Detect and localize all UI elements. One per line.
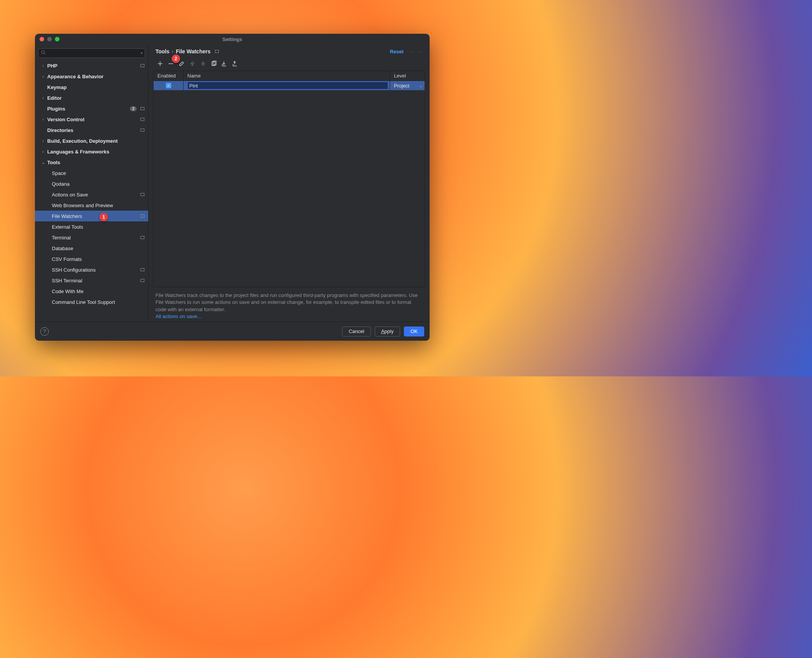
sidebar-item-tools[interactable]: ⌄Tools [35,157,148,168]
forward-icon[interactable]: → [417,48,423,54]
sidebar-item-directories[interactable]: Directories [35,125,148,135]
cancel-button[interactable]: Cancel [342,327,370,336]
project-scope-icon [141,107,144,110]
hint-text: File Watchers track changes to the proje… [155,292,418,312]
sidebar-item-label: Actions on Save [52,192,139,198]
sidebar-item-ssh-configurations[interactable]: SSH Configurations [35,264,148,275]
export-button[interactable] [231,59,240,68]
sidebar-item-label: SSH Terminal [52,278,139,284]
titlebar: Settings [35,34,430,45]
sidebar-item-label: Appearance & Behavior [47,74,144,79]
sidebar-item-file-watchers[interactable]: File Watchers1 [35,211,148,221]
project-scope-icon [215,50,219,53]
ok-button[interactable]: OK [404,327,424,336]
chevron-right-icon: › [40,149,46,154]
reset-button[interactable]: Reset [390,49,404,54]
dropdown-icon[interactable]: ▾ [141,51,142,55]
sidebar-item-csv-formats[interactable]: CSV Formats [35,254,148,264]
dialog-footer: ? Cancel Apply OK [35,322,430,341]
sidebar-item-php[interactable]: ›PHP [35,60,148,71]
sidebar-item-command-line-tool-support[interactable]: Command Line Tool Support [35,297,148,307]
sidebar-item-space[interactable]: Space [35,168,148,178]
cell-enabled[interactable]: ✓ [154,81,184,90]
history-nav: ← → [410,48,423,54]
chevron-down-icon: ⌄ [419,84,422,88]
sidebar-item-web-browsers-and-preview[interactable]: Web Browsers and Preview [35,200,148,211]
add-button[interactable] [155,59,165,68]
back-icon[interactable]: ← [410,48,415,54]
sidebar-item-terminal[interactable]: Terminal [35,232,148,243]
content-split: ▾ ›PHP›Appearance & BehaviorKeymap›Edito… [35,45,430,322]
chevron-right-icon: › [40,74,46,79]
col-header-enabled[interactable]: Enabled [154,71,184,81]
sidebar-item-label: Database [52,246,144,251]
sidebar-item-label: PHP [47,63,139,69]
sidebar-item-build-execution-deployment[interactable]: ›Build, Execution, Deployment [35,135,148,146]
sidebar-item-label: SSH Configurations [52,267,139,273]
window-title: Settings [35,36,430,42]
chevron-right-icon: › [40,96,46,100]
svg-point-0 [41,51,45,54]
breadcrumb-root[interactable]: Tools [155,48,169,54]
sidebar-item-editor[interactable]: ›Editor [35,92,148,103]
move-down-button[interactable] [198,59,208,68]
watchers-table: Enabled Name Level ✓Project⌄ [153,71,425,287]
project-scope-icon [141,193,144,196]
sidebar-item-actions-on-save[interactable]: Actions on Save [35,189,148,200]
apply-button[interactable]: Apply [375,327,400,336]
chevron-right-icon: › [40,117,46,122]
sidebar-item-label: Editor [47,95,144,101]
chevron-right-icon: › [40,63,46,68]
sidebar-item-label: Code With Me [52,289,144,294]
sidebar-item-languages-frameworks[interactable]: ›Languages & Frameworks [35,146,148,157]
settings-search[interactable]: ▾ [38,48,145,58]
level-value: Project [394,83,409,89]
enabled-checkbox[interactable]: ✓ [166,83,171,88]
sidebar-item-code-with-me[interactable]: Code With Me [35,286,148,297]
project-scope-icon [141,214,144,218]
col-header-name[interactable]: Name [184,71,390,81]
cell-level[interactable]: Project⌄ [390,81,425,90]
sidebar-item-label: Space [52,170,144,176]
sidebar-item-database[interactable]: Database [35,243,148,254]
sidebar-item-version-control[interactable]: ›Version Control [35,114,148,125]
import-button[interactable] [220,59,229,68]
sidebar-item-label: Plugins [47,106,130,112]
help-button[interactable]: ? [40,327,49,336]
breadcrumb-leaf: File Watchers [176,48,211,54]
name-input[interactable] [187,82,388,89]
annotation-2: 2 [172,54,180,63]
table-row[interactable]: ✓Project⌄ [154,81,425,90]
breadcrumb-row: Tools › File Watchers Reset ← → [149,45,430,58]
project-scope-icon [141,118,144,121]
all-actions-on-save-link[interactable]: All actions on save… [155,313,202,319]
sidebar-item-ssh-terminal[interactable]: SSH Terminal [35,275,148,286]
sidebar-item-label: Directories [47,127,139,133]
breadcrumb-separator-icon: › [172,48,174,54]
chevron-right-icon: › [40,139,46,143]
sidebar-item-external-tools[interactable]: External Tools [35,221,148,232]
search-input[interactable] [48,51,139,56]
project-scope-icon [141,268,144,271]
hint-panel: File Watchers track changes to the proje… [149,287,430,322]
sidebar-item-qodana[interactable]: Qodana [35,178,148,189]
update-count-badge: 2 [130,106,137,111]
move-up-button[interactable] [188,59,197,68]
sidebar-item-label: File Watchers [52,213,139,219]
annotation-1: 1 [99,213,108,221]
sidebar-item-plugins[interactable]: Plugins2 [35,103,148,114]
sidebar-item-keymap[interactable]: Keymap [35,82,148,92]
col-header-level[interactable]: Level [390,71,425,81]
project-scope-icon [141,64,144,67]
copy-button[interactable] [209,59,218,68]
cell-name[interactable] [184,81,390,90]
sidebar-item-appearance-behavior[interactable]: ›Appearance & Behavior [35,71,148,82]
sidebar-item-label: Languages & Frameworks [47,149,144,155]
project-scope-icon [141,279,144,282]
sidebar-item-label: CSV Formats [52,256,144,262]
sidebar-item-label: External Tools [52,224,144,230]
settings-main: Tools › File Watchers Reset ← → [149,45,430,322]
sidebar-item-label: Command Line Tool Support [52,299,144,305]
sidebar-item-label: Version Control [47,117,139,122]
chevron-down-icon: ⌄ [40,160,46,165]
